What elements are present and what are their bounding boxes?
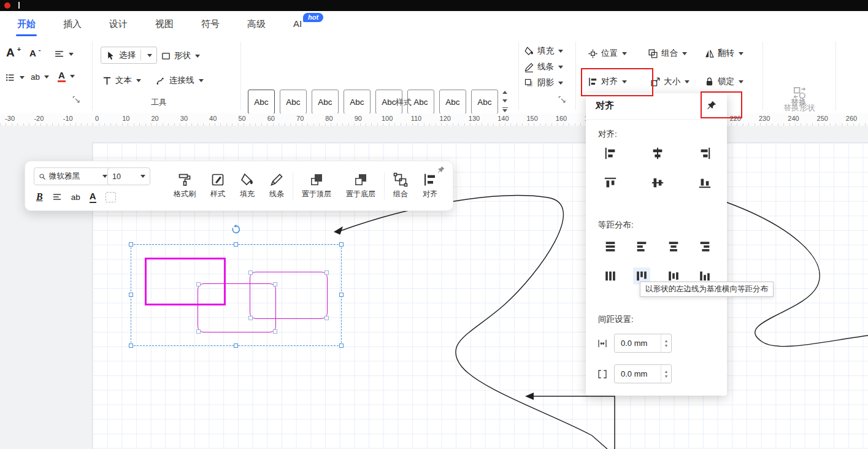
line-label: 线条 <box>537 61 554 72</box>
resize-handle-s[interactable] <box>234 343 238 348</box>
text-tool-dropdown[interactable]: 文本 <box>102 75 141 86</box>
spin-down-button[interactable]: ▾ <box>665 374 667 379</box>
character-spacing-dropdown[interactable]: ab <box>31 72 49 82</box>
selection-box[interactable] <box>131 244 342 346</box>
lock-dropdown[interactable]: 锁定 <box>704 76 743 87</box>
group-button[interactable]: 组合 <box>386 172 415 199</box>
send-to-back-button[interactable]: 置于底层 <box>339 172 383 199</box>
align-right-button[interactable] <box>696 145 713 162</box>
menu-tab-design[interactable]: 设计 <box>108 11 129 37</box>
group-dropdown[interactable]: 组合 <box>648 48 687 59</box>
align-bottom-button[interactable] <box>696 174 713 191</box>
dropdown-caret <box>739 80 743 83</box>
align-left-icon <box>604 147 617 160</box>
fill-dropdown[interactable]: 填充 <box>524 45 563 56</box>
flip-dropdown[interactable]: 翻转 <box>704 48 743 59</box>
button-label: 线条 <box>269 189 284 199</box>
button-label: 置于底层 <box>346 189 375 199</box>
resize-handle-se[interactable] <box>339 343 344 348</box>
size-dropdown[interactable]: 大小 <box>650 76 689 87</box>
shadow-dropdown[interactable]: 阴影 <box>524 77 563 88</box>
format-painter-button[interactable]: 格式刷 <box>166 172 203 199</box>
line-dropdown[interactable]: 线条 <box>524 61 563 72</box>
style-sample[interactable]: Abc <box>280 90 307 114</box>
style-sample[interactable]: Abc <box>248 90 275 114</box>
text-align-icon <box>54 49 64 59</box>
menu-tab-view[interactable]: 视图 <box>154 11 175 37</box>
select-tool-button[interactable]: 选择 <box>101 47 157 64</box>
fill-button[interactable]: 填充 <box>232 172 262 199</box>
menu-tab-advanced[interactable]: 高级 <box>246 11 267 37</box>
vertical-spacing-input[interactable]: 0.0 mm ▴ ▾ <box>614 364 672 383</box>
paragraph-align-button[interactable] <box>52 192 62 202</box>
menu-tab-label: 高级 <box>247 18 266 29</box>
text-align-dropdown[interactable] <box>54 49 74 59</box>
list-style-dropdown[interactable] <box>5 72 25 83</box>
ruler-tick: 150 <box>526 115 537 122</box>
ruler-tick: -20 <box>34 115 44 122</box>
style-sample[interactable]: Abc <box>344 90 371 114</box>
resize-handle-w[interactable] <box>129 293 133 297</box>
ab-label: ab <box>31 72 40 82</box>
line-button[interactable]: 线条 <box>262 172 291 199</box>
ruler-tick: 70 <box>296 115 304 122</box>
dropdown-caret <box>70 75 75 78</box>
resize-handle-e[interactable] <box>339 293 344 297</box>
floating-toolbar: 微软雅黑 10 B ab A 格式刷样式填充线条置于顶层置于底层组合对齐 <box>25 161 453 211</box>
gallery-down-button[interactable] <box>499 98 510 104</box>
bring-to-front-button[interactable]: 置于顶层 <box>294 172 339 199</box>
menu-tab-label: 插入 <box>63 18 82 29</box>
ruler-tick: 30 <box>180 115 188 122</box>
shape-tool-dropdown[interactable]: 形状 <box>161 50 200 61</box>
rotate-handle[interactable] <box>231 224 241 234</box>
style-sample[interactable]: Abc <box>439 90 466 114</box>
font-group-expand-button[interactable] <box>72 96 80 104</box>
gallery-up-button[interactable] <box>499 89 510 96</box>
menu-tab-label: 符号 <box>201 18 220 29</box>
resize-handle-n[interactable] <box>234 242 238 247</box>
style-sample[interactable]: Abc <box>471 90 498 114</box>
resize-handle-sw[interactable] <box>129 343 133 348</box>
menu-tab-insert[interactable]: 插入 <box>62 11 83 37</box>
red-dot-icon <box>4 2 10 9</box>
menu-tab-ai[interactable]: AIhot <box>292 11 303 37</box>
position-dropdown[interactable]: 位置 <box>588 48 627 59</box>
font-color-dropdown[interactable]: A <box>58 70 75 82</box>
menu-tab-home[interactable]: 开始 <box>16 11 37 37</box>
menu-tab-symbols[interactable]: 符号 <box>200 11 221 37</box>
align-middle-button[interactable] <box>649 174 666 191</box>
font-size-value: 10 <box>112 172 136 181</box>
font-color-button[interactable]: A <box>90 191 96 203</box>
font-color-letter: A <box>90 191 96 201</box>
align-center-horizontal-button[interactable] <box>649 145 666 162</box>
decrease-font-button[interactable]: A- <box>29 48 42 58</box>
gallery-more-button[interactable] <box>499 106 510 113</box>
align-button-row <box>602 174 713 191</box>
horizontal-spacing-input[interactable]: 0.0 mm ▴ ▾ <box>614 334 672 353</box>
style-sample[interactable]: Abc <box>312 90 339 114</box>
increase-font-button[interactable]: A+ <box>6 47 21 58</box>
font-size-select[interactable]: 10 <box>107 167 150 185</box>
resize-handle-ne[interactable] <box>339 242 344 247</box>
align-top-button[interactable] <box>602 174 619 191</box>
connector-tool-dropdown[interactable]: 连接线 <box>156 75 204 86</box>
character-style-button[interactable]: ab <box>71 193 80 202</box>
dashed-border-icon[interactable] <box>106 192 116 202</box>
font-family-select[interactable]: 微软雅黑 <box>34 167 112 185</box>
bring-front-icon <box>309 172 324 187</box>
distribute-vertical-top-button[interactable] <box>633 238 650 255</box>
pin-icon[interactable] <box>437 166 445 174</box>
distribute-horizontal-spacing-button[interactable] <box>602 267 619 285</box>
align-button[interactable]: 对齐 <box>415 172 445 199</box>
distribute-vertical-middle-button[interactable] <box>665 238 682 255</box>
spin-down-button[interactable]: ▾ <box>665 343 667 348</box>
distribute-vertical-bottom-button[interactable] <box>696 238 713 255</box>
resize-handle-nw[interactable] <box>129 242 133 247</box>
style-button[interactable]: 样式 <box>203 172 232 199</box>
distribute-vertical-spacing-button[interactable] <box>602 238 619 255</box>
styles-group-expand-button[interactable] <box>558 96 566 104</box>
bold-button[interactable]: B <box>36 191 43 202</box>
dist-vertical-spacing-icon <box>604 240 617 253</box>
lock-icon <box>704 77 715 87</box>
align-left-button[interactable] <box>602 145 619 162</box>
